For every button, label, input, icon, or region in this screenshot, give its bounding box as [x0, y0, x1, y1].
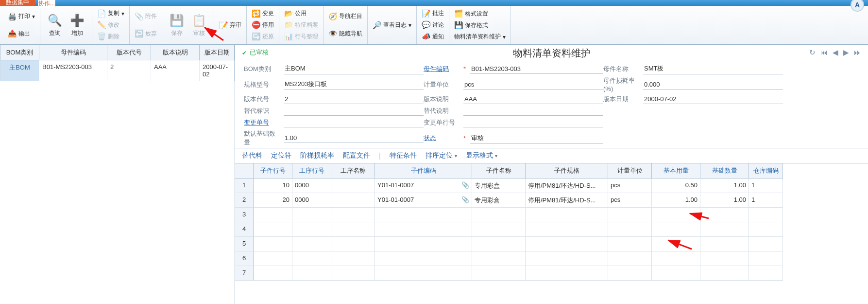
table-row[interactable]: 5: [235, 237, 868, 251]
table-cell[interactable]: [331, 266, 375, 281]
left-col-parent-code[interactable]: 母件编码: [39, 45, 107, 60]
table-cell[interactable]: [749, 237, 783, 251]
table-cell[interactable]: [700, 222, 749, 237]
table-cell[interactable]: Y01-01-0007📎: [375, 193, 472, 208]
table-cell[interactable]: [292, 237, 331, 251]
defqty-value[interactable]: 1.00: [284, 133, 424, 143]
app-tab-1[interactable]: 数据集中: [0, 0, 35, 6]
table-row[interactable]: 7: [235, 266, 868, 281]
format-set-button[interactable]: 🗂️格式设置: [454, 8, 506, 19]
table-cell[interactable]: pcs: [608, 179, 652, 193]
table-cell[interactable]: 10: [254, 179, 292, 193]
table-cell[interactable]: 专用彩盒: [472, 193, 526, 208]
table-cell[interactable]: [331, 179, 375, 193]
table-cell[interactable]: [526, 208, 608, 222]
table-cell[interactable]: [700, 251, 749, 266]
refresh-icon[interactable]: ↻: [809, 48, 816, 57]
save-format-button[interactable]: 💾保存格式: [454, 20, 506, 31]
table-cell[interactable]: [292, 208, 331, 222]
tab-steploss[interactable]: 阶梯损耗率: [300, 151, 334, 160]
table-cell[interactable]: 4: [235, 222, 254, 237]
table-cell[interactable]: [375, 222, 472, 237]
altid-value[interactable]: [284, 106, 424, 116]
table-cell[interactable]: 1.00: [700, 179, 749, 193]
table-cell[interactable]: [331, 237, 375, 251]
app-tab-2[interactable]: 协作...: [38, 0, 55, 8]
table-cell[interactable]: [292, 222, 331, 237]
table-cell[interactable]: [331, 222, 375, 237]
table-cell[interactable]: [700, 237, 749, 251]
col-child-line[interactable]: 子件行号: [254, 163, 292, 179]
chgno-label[interactable]: 变更单号: [244, 118, 281, 127]
table-cell[interactable]: 0000: [292, 193, 331, 208]
table-cell[interactable]: Y01-01-0007📎: [375, 179, 472, 193]
col-child-code[interactable]: 子件编码: [375, 163, 472, 179]
col-base-qty[interactable]: 基础数量: [700, 163, 749, 179]
table-cell[interactable]: [292, 251, 331, 266]
col-op-line[interactable]: 工序行号: [292, 163, 331, 179]
table-cell[interactable]: 2: [235, 193, 254, 208]
tab-alt[interactable]: 替代料: [242, 151, 262, 160]
table-row[interactable]: 1100000Y01-01-0007📎专用彩盒停用/PM81/环达/HD-S..…: [235, 179, 868, 193]
table-cell[interactable]: 5: [235, 237, 254, 251]
notify-button[interactable]: 📣通知: [422, 31, 444, 42]
table-cell[interactable]: [375, 237, 472, 251]
table-cell[interactable]: 3: [235, 208, 254, 222]
bom-maint-button[interactable]: 物料清单资料维护 ▾: [454, 32, 506, 42]
table-cell[interactable]: [608, 222, 652, 237]
tab-cond[interactable]: 特征条件: [390, 151, 417, 160]
table-cell[interactable]: [749, 222, 783, 237]
table-cell[interactable]: [375, 266, 472, 281]
prev-icon[interactable]: ◀: [833, 48, 838, 57]
table-cell[interactable]: [652, 251, 700, 266]
col-base-usage[interactable]: 基本用量: [652, 163, 700, 179]
parent-code-value[interactable]: B01-MS2203-003: [470, 64, 603, 74]
table-row[interactable]: 2200000Y01-01-0007📎专用彩盒停用/PM81/环达/HD-S..…: [235, 193, 868, 208]
table-cell[interactable]: [472, 266, 526, 281]
remark-button[interactable]: 📝批注: [422, 8, 444, 19]
ver-desc-value[interactable]: AAA: [463, 94, 603, 104]
discuss-button[interactable]: 💬讨论: [422, 19, 444, 30]
col-child-name[interactable]: 子件名称: [472, 163, 526, 179]
search-button[interactable]: 🔍查询: [45, 13, 65, 37]
public-button[interactable]: 📂公用: [284, 8, 318, 19]
col-child-spec[interactable]: 子件规格: [526, 163, 608, 179]
table-cell[interactable]: [608, 266, 652, 281]
next-icon[interactable]: ▶: [843, 48, 849, 57]
tab-disp[interactable]: 显示格式: [466, 151, 497, 160]
table-cell[interactable]: 7: [235, 266, 254, 281]
table-cell[interactable]: pcs: [608, 193, 652, 208]
table-cell[interactable]: 0000: [292, 179, 331, 193]
altdesc-value[interactable]: [463, 106, 603, 116]
chgno-value[interactable]: [284, 118, 424, 127]
uom-value[interactable]: pcs: [463, 80, 603, 89]
table-cell[interactable]: [749, 266, 783, 281]
col-rownum[interactable]: [235, 163, 254, 179]
tab-loc[interactable]: 定位符: [271, 151, 291, 160]
table-cell[interactable]: 1.00: [700, 193, 749, 208]
tab-sort[interactable]: 排序定位: [425, 151, 457, 160]
table-cell[interactable]: [526, 266, 608, 281]
table-cell[interactable]: 停用/PM81/环达/HD-S...: [526, 179, 608, 193]
table-cell[interactable]: [526, 251, 608, 266]
navbar-button[interactable]: 🧭导航栏目: [328, 11, 362, 22]
col-warehouse[interactable]: 仓库编码: [749, 163, 783, 179]
bom-type-value[interactable]: 主BOM: [284, 63, 424, 74]
col-op-name[interactable]: 工序名称: [331, 163, 375, 179]
add-button[interactable]: ➕增加: [68, 13, 87, 37]
parent-code-label[interactable]: 母件编码: [424, 65, 460, 73]
left-table-row[interactable]: 主BOM B01-MS2203-003 2 AAA 2000-07-02: [0, 60, 235, 81]
table-cell[interactable]: [472, 208, 526, 222]
table-row[interactable]: 4: [235, 222, 868, 237]
export-button[interactable]: 📤输出: [8, 28, 35, 39]
first-icon[interactable]: ⏮: [820, 48, 828, 57]
chgline-value[interactable]: [463, 118, 603, 127]
table-cell[interactable]: [375, 208, 472, 222]
print-button[interactable]: 🖨️打印 ▾: [8, 11, 35, 22]
table-cell[interactable]: [749, 251, 783, 266]
view-log-button[interactable]: 🔎查看日志 ▾: [373, 20, 411, 31]
state-label[interactable]: 状态: [424, 134, 460, 143]
left-col-ver-date[interactable]: 版本日期: [200, 45, 234, 60]
parent-name-value[interactable]: SMT板: [643, 63, 783, 74]
table-cell[interactable]: [254, 208, 292, 222]
